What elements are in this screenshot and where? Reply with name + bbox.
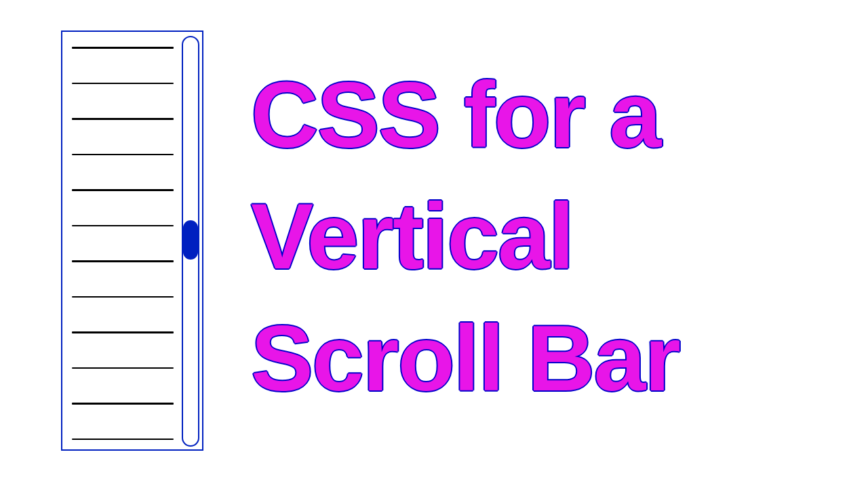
- content-line: [72, 367, 174, 369]
- title-line-3: Scroll Bar: [251, 306, 679, 410]
- content-line: [72, 118, 174, 120]
- content-line: [72, 83, 174, 85]
- content-line: [72, 154, 174, 156]
- scrollbar-track[interactable]: [182, 36, 199, 447]
- content-line: [72, 403, 174, 405]
- title-heading: CSS for a Vertical Scroll Bar: [251, 54, 848, 419]
- content-line: [72, 47, 174, 49]
- content-line: [72, 439, 174, 441]
- content-line: [72, 260, 174, 262]
- scrollbar-thumb[interactable]: [183, 220, 198, 260]
- title-line-2: Vertical: [251, 184, 573, 288]
- scroll-container-diagram: [61, 30, 203, 451]
- content-line: [72, 189, 174, 191]
- title-line-1: CSS for a: [251, 62, 660, 167]
- content-line: [72, 331, 174, 333]
- content-line: [72, 296, 174, 298]
- content-line: [72, 225, 174, 227]
- content-lines-area: [72, 47, 174, 440]
